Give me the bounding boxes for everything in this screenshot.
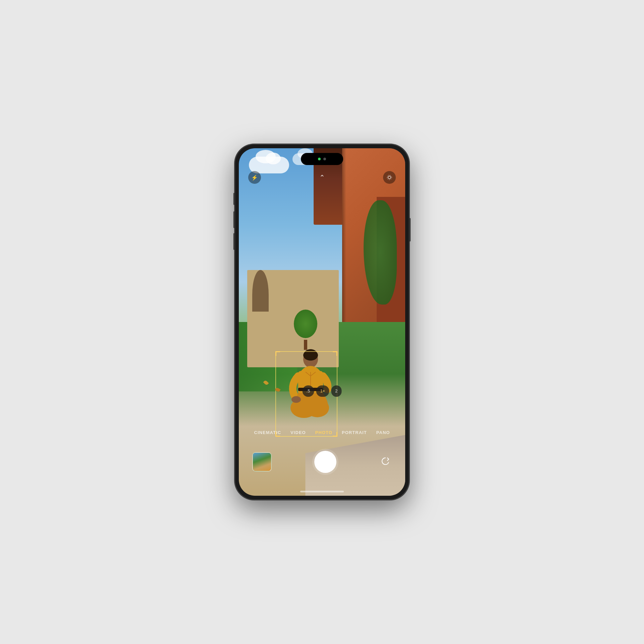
mode-cinematic-label: CINEMATIC [254,430,281,435]
mode-portrait[interactable]: PORTRAIT [342,430,367,435]
expand-controls-button[interactable]: ⌃ [319,173,325,181]
camera-active-dot [318,158,321,160]
flash-button[interactable]: ⚡ [248,171,261,184]
zoom-2x-button[interactable]: 2 [331,385,341,397]
svg-point-11 [388,176,391,179]
photo-library-thumbnail[interactable] [252,452,272,472]
home-indicator [300,491,344,492]
tree-crown [294,310,317,338]
camera-viewfinder[interactable]: ⚡ ⌃ .5 1× [239,148,405,496]
rotate-icon [380,457,391,467]
power-button[interactable] [409,218,411,241]
chevron-up-icon: ⌃ [319,174,325,181]
phone-frame: ⚡ ⌃ .5 1× [235,144,409,500]
camera-mode-selector: CINEMATIC VIDEO PHOTO PORTRAIT PANO [239,430,405,435]
tree [292,310,319,350]
mode-cinematic[interactable]: CINEMATIC [254,430,281,435]
live-photo-button[interactable] [383,171,396,184]
volume-up-button[interactable] [233,211,235,228]
svg-point-12 [387,175,392,180]
phone-screen: ⚡ ⌃ .5 1× [239,148,405,496]
thumbnail-image [253,453,271,471]
zoom-0-5-button[interactable]: .5 [303,385,314,397]
mode-pano[interactable]: PANO [376,430,390,435]
zoom-controls: .5 1× 2 [303,385,342,397]
shutter-inner-ring [314,451,336,473]
shutter-button[interactable] [312,449,338,475]
focus-corner-tl [275,351,280,356]
zoom-1x-label: 1× [320,388,325,393]
zoom-1x-button[interactable]: 1× [316,385,329,397]
volume-down-button[interactable] [233,233,235,250]
live-photo-icon [386,174,393,181]
dynamic-island [301,153,343,165]
mode-video[interactable]: VIDEO [290,430,306,435]
zoom-0-5-label: .5 [307,388,310,393]
flip-camera-button[interactable] [379,455,392,468]
zoom-2x-label: 2 [335,388,337,393]
silent-button[interactable] [233,193,235,205]
mode-photo-label: PHOTO [315,430,332,435]
mode-video-label: VIDEO [290,430,306,435]
tree-trunk [304,340,307,350]
focus-corner-tr [333,351,337,356]
mode-portrait-label: PORTRAIT [342,430,367,435]
sensor-dot [323,158,326,160]
mode-photo[interactable]: PHOTO [315,430,332,435]
flash-icon: ⚡ [251,174,258,181]
bottom-camera-controls [239,449,405,475]
mode-pano-label: PANO [376,430,390,435]
top-camera-controls: ⚡ ⌃ [239,171,405,184]
